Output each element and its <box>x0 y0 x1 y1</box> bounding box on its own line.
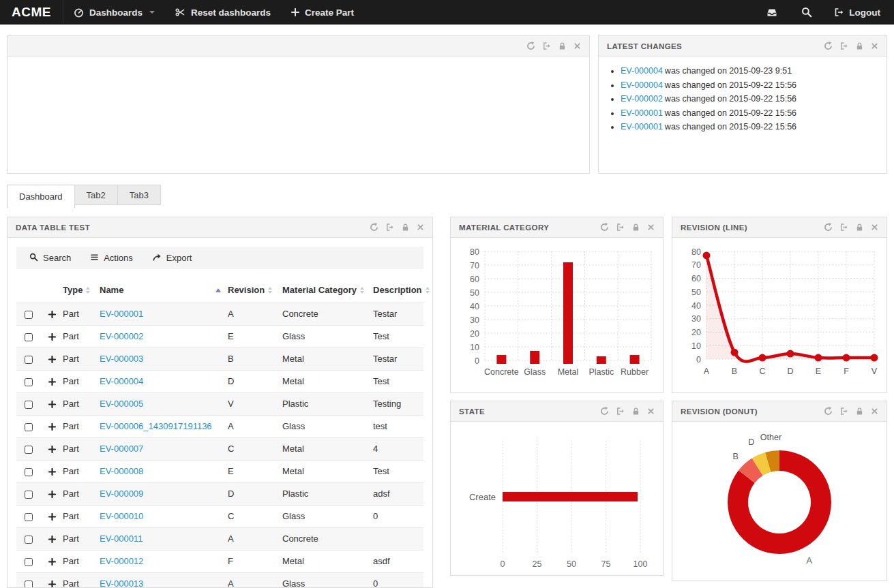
lock-icon[interactable] <box>855 407 864 416</box>
move-out-icon[interactable] <box>616 223 625 232</box>
part-link[interactable]: EV-000003 <box>100 354 143 364</box>
expand-plus-icon[interactable] <box>48 333 56 341</box>
lock-icon[interactable] <box>631 223 640 232</box>
part-link[interactable]: EV-000007 <box>100 444 143 454</box>
lock-icon[interactable] <box>855 42 864 50</box>
row-checkbox[interactable] <box>25 558 33 566</box>
part-link[interactable]: EV-000001 <box>621 122 663 131</box>
column-header-name[interactable]: Name <box>100 278 228 303</box>
column-header-type[interactable]: Type <box>63 278 100 303</box>
svg-text:V: V <box>871 367 878 376</box>
part-link[interactable]: EV-000004 <box>621 80 663 90</box>
nav-reset-dashboards[interactable]: Reset dashboards <box>165 0 281 25</box>
lock-icon[interactable] <box>855 223 864 232</box>
lock-icon[interactable] <box>401 223 410 232</box>
row-checkbox[interactable] <box>25 513 33 521</box>
expand-plus-icon[interactable] <box>48 468 56 476</box>
close-icon[interactable] <box>871 223 878 231</box>
part-link[interactable]: EV-000002 <box>621 94 663 104</box>
part-link[interactable]: EV-000004 <box>621 66 663 76</box>
part-link[interactable]: EV-000013 <box>100 578 143 588</box>
close-icon[interactable] <box>871 42 878 50</box>
part-link[interactable]: EV-000012 <box>100 556 143 566</box>
expand-plus-icon[interactable] <box>48 311 56 318</box>
lock-icon[interactable] <box>631 407 640 416</box>
part-link[interactable]: EV-000009 <box>100 489 143 499</box>
row-checkbox[interactable] <box>25 311 33 319</box>
close-icon[interactable] <box>573 42 581 50</box>
logout-button[interactable]: Logout <box>824 0 894 25</box>
row-checkbox[interactable] <box>25 446 33 454</box>
expand-plus-icon[interactable] <box>48 401 56 408</box>
inbox-button[interactable] <box>754 0 790 25</box>
part-link[interactable]: EV-000011 <box>100 533 143 544</box>
expand-plus-icon[interactable] <box>48 356 56 363</box>
export-button[interactable]: Export <box>145 249 199 267</box>
refresh-icon[interactable] <box>824 42 833 50</box>
move-out-icon[interactable] <box>839 407 848 416</box>
nav-dashboards[interactable]: Dashboards <box>63 0 165 25</box>
move-out-icon[interactable] <box>839 223 848 232</box>
row-checkbox[interactable] <box>25 536 33 544</box>
row-checkbox[interactable] <box>25 581 33 588</box>
column-header-description[interactable]: Description <box>373 278 423 303</box>
expand-plus-icon[interactable] <box>48 536 56 543</box>
refresh-icon[interactable] <box>370 223 378 232</box>
nav-create-part[interactable]: Create Part <box>281 0 364 25</box>
tab-tab3[interactable]: Tab3 <box>117 185 161 205</box>
expand-plus-icon[interactable] <box>48 513 56 521</box>
tab-tab2[interactable]: Tab2 <box>74 185 118 205</box>
close-icon[interactable] <box>647 407 655 415</box>
refresh-icon[interactable] <box>824 407 833 416</box>
part-link[interactable]: EV-000001 <box>100 309 143 319</box>
refresh-icon[interactable] <box>824 223 833 232</box>
svg-text:B: B <box>732 452 738 461</box>
part-link[interactable]: EV-000006_1430917191136 <box>100 421 212 431</box>
brand-logo[interactable]: ACME <box>0 0 63 25</box>
table-row: PartEV-000003BMetalTestar <box>16 347 423 370</box>
table-toolbar: Search Actions Export <box>16 247 423 269</box>
row-checkbox[interactable] <box>25 491 33 499</box>
parts-table: Type Name Revision Material Category Des… <box>16 278 423 588</box>
expand-plus-icon[interactable] <box>48 581 56 588</box>
actions-button[interactable]: Actions <box>83 249 140 267</box>
row-checkbox[interactable] <box>25 423 33 431</box>
tab-dashboard[interactable]: Dashboard <box>7 185 75 208</box>
row-checkbox[interactable] <box>25 401 33 409</box>
column-header-material-category[interactable]: Material Category <box>282 278 373 303</box>
row-checkbox[interactable] <box>25 333 33 341</box>
close-icon[interactable] <box>871 407 878 415</box>
lock-icon[interactable] <box>558 42 567 50</box>
refresh-icon[interactable] <box>600 407 609 416</box>
close-icon[interactable] <box>417 223 424 231</box>
search-button[interactable]: Search <box>23 249 78 267</box>
part-link[interactable]: EV-000005 <box>100 399 143 409</box>
cell-name: EV-000011 <box>100 527 228 550</box>
row-checkbox[interactable] <box>25 356 33 364</box>
move-out-icon[interactable] <box>542 42 551 50</box>
part-link[interactable]: EV-000004 <box>100 376 143 386</box>
expand-plus-icon[interactable] <box>48 378 56 386</box>
part-link[interactable]: EV-000002 <box>100 331 143 341</box>
change-text: was changed on 2015-09-23 9:51 <box>665 66 792 76</box>
expand-plus-icon[interactable] <box>48 558 56 566</box>
refresh-icon[interactable] <box>600 223 609 232</box>
nav-reset-label: Reset dashboards <box>191 7 271 18</box>
expand-plus-icon[interactable] <box>48 446 56 453</box>
move-out-icon[interactable] <box>616 407 625 416</box>
move-out-icon[interactable] <box>385 223 394 232</box>
move-out-icon[interactable] <box>839 42 848 50</box>
part-link[interactable]: EV-000001 <box>621 108 663 118</box>
svg-text:D: D <box>787 367 793 376</box>
row-checkbox[interactable] <box>25 468 33 476</box>
part-link[interactable]: EV-000010 <box>100 511 143 521</box>
search-button[interactable] <box>790 0 824 25</box>
svg-text:40: 40 <box>470 302 479 311</box>
expand-plus-icon[interactable] <box>48 491 56 498</box>
part-link[interactable]: EV-000008 <box>100 466 143 476</box>
expand-plus-icon[interactable] <box>48 423 56 431</box>
refresh-icon[interactable] <box>526 42 535 50</box>
row-checkbox[interactable] <box>25 378 33 386</box>
close-icon[interactable] <box>647 223 655 231</box>
column-header-revision[interactable]: Revision <box>228 278 282 303</box>
